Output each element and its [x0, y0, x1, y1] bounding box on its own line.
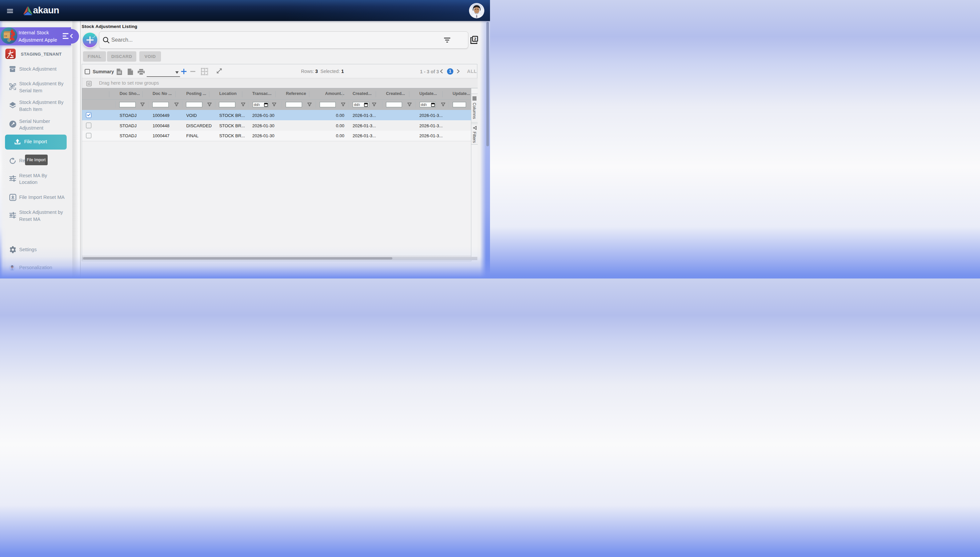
svg-text:2: 2 [474, 37, 476, 41]
